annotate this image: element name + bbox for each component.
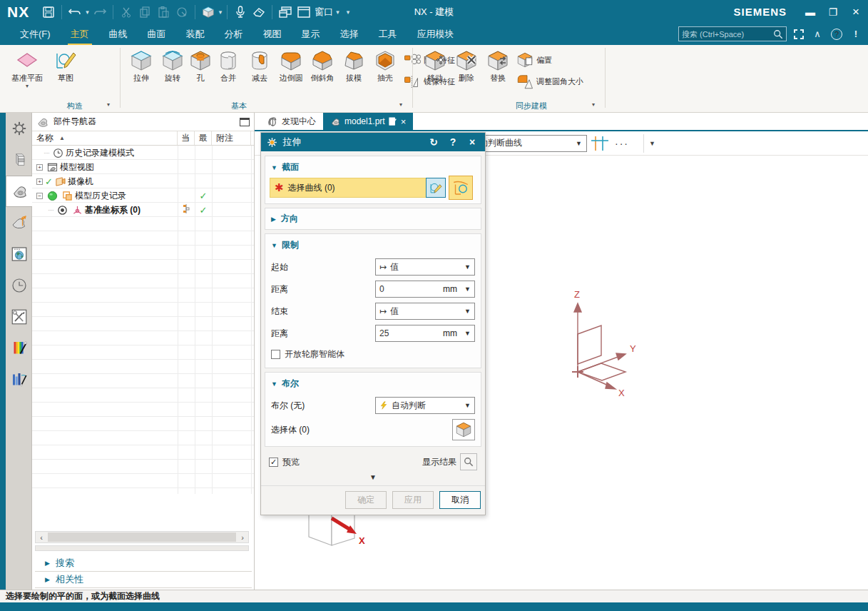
expand-icon[interactable]: + (36, 178, 43, 185)
collapse-icon[interactable]: − (36, 193, 43, 199)
help-icon[interactable]: ? (831, 29, 842, 40)
menu-file[interactable]: 文件(F) (10, 24, 61, 44)
column-name[interactable]: 名称▲ (32, 131, 178, 145)
boolean-dropdown[interactable]: 自动判断 ▼ (375, 397, 475, 414)
tab-home[interactable]: 主页 (61, 24, 99, 44)
ribbon-resize-blend-button[interactable]: 调整圆角大小 (516, 73, 583, 90)
cascade-windows-icon[interactable] (276, 4, 295, 21)
sketch-section-button[interactable] (426, 178, 446, 198)
ribbon-extrude-button[interactable]: 拉伸 (126, 48, 157, 84)
close-button[interactable]: × (849, 5, 862, 19)
ribbon-edge-blend-button[interactable]: 边倒圆 (275, 48, 307, 84)
minimize-ribbon-icon[interactable]: ∧ (811, 29, 824, 39)
check-icon[interactable]: ✓ (195, 191, 212, 201)
navigator-horizontal-scrollbar[interactable]: ‹ › (35, 531, 249, 543)
ribbon-subtract-button[interactable]: 减去 (244, 48, 275, 84)
cancel-button[interactable]: 取消 (439, 491, 481, 509)
sidebar-color-wand-button[interactable] (6, 333, 32, 364)
group-dropdown-caret[interactable]: ▾ (399, 101, 402, 108)
ribbon-datum-plane-button[interactable]: 基准平面 ▾ (4, 48, 50, 89)
command-finder-icon[interactable]: ! (849, 29, 862, 39)
undock-panel-icon[interactable] (240, 118, 250, 126)
direction-group-header[interactable]: ▶ 方向 (265, 208, 481, 230)
dialog-options-gear-icon[interactable] (267, 137, 277, 148)
timestamp-order-icon[interactable] (178, 204, 195, 216)
column-last[interactable]: 最 (195, 131, 212, 145)
end-distance-input[interactable]: 25 mm ▼ (375, 325, 475, 342)
extrude-dialog-titlebar[interactable]: 拉伸 ↻ ? × (261, 133, 485, 151)
search-input[interactable] (682, 30, 773, 39)
window-menu-caret[interactable]: ▾ (335, 9, 341, 16)
start-distance-input[interactable]: 0 mm ▼ (375, 281, 475, 298)
save-icon[interactable] (39, 4, 58, 21)
tree-row-model-views[interactable]: + 模型视图 (32, 160, 251, 174)
datum-plane-dropdown-caret[interactable]: ▾ (26, 84, 29, 89)
sidebar-web-browser-button[interactable] (6, 238, 32, 270)
checkbox-checked-icon[interactable]: ✓ (269, 458, 278, 467)
dialog-close-icon[interactable]: × (465, 136, 479, 148)
window-menu[interactable]: 窗口 (313, 6, 335, 19)
tab-surface[interactable]: 曲面 (138, 24, 176, 44)
scroll-left-icon[interactable]: ‹ (36, 533, 47, 542)
tab-render[interactable]: 显示 (292, 24, 330, 44)
check-icon[interactable]: ✓ (195, 205, 212, 216)
ribbon-hole-button[interactable]: 孔 (188, 48, 213, 84)
sidebar-history-button[interactable] (6, 270, 32, 301)
ribbon-replace-face-button[interactable]: 替换 (482, 48, 514, 84)
toolbar-overflow-caret[interactable]: ▼ (649, 140, 655, 147)
snap-point-grid-icon[interactable] (590, 135, 610, 152)
curve-select-button[interactable] (449, 176, 473, 200)
ribbon-move-face-button[interactable]: 移动 (419, 48, 451, 84)
tab-discovery-center[interactable]: 发现中心 (260, 113, 323, 130)
redo-icon[interactable] (91, 4, 109, 21)
view-box-dropdown-caret[interactable]: ▾ (218, 9, 224, 16)
tree-row-datum-csys[interactable]: ···· 基准坐标系 (0) ✓ (32, 203, 251, 217)
tree-row-model-history[interactable]: − 模型历史记录 ✓ (32, 188, 251, 203)
fullscreen-icon[interactable] (794, 29, 804, 39)
scrollbar-thumb[interactable] (48, 532, 236, 542)
datum-csys-graphic[interactable]: Z Y X (540, 288, 668, 402)
show-result-button[interactable] (460, 453, 477, 470)
voice-command-icon[interactable] (231, 4, 250, 21)
tab-model1-prt[interactable]: model1.prt × (323, 113, 413, 130)
view-box-icon[interactable] (199, 4, 218, 21)
tree-row-cameras[interactable]: + ✓ 摄像机 (32, 174, 251, 188)
tree-row-history-mode[interactable]: ···· 历史记录建模模式 (32, 146, 251, 160)
dialog-collapse-caret[interactable]: ▼ (265, 470, 481, 483)
close-tab-icon[interactable]: × (401, 116, 407, 127)
ribbon-chamfer-button[interactable]: 倒斜角 (307, 48, 338, 84)
ribbon-draft-button[interactable]: 拔模 (338, 48, 369, 84)
end-limit-dropdown[interactable]: ↦ 值 ▼ (375, 303, 475, 320)
command-search[interactable] (678, 26, 787, 41)
open-profile-smart-volume-checkbox[interactable]: 开放轮廓智能体 (271, 348, 475, 360)
sidebar-visual-reports-button[interactable] (6, 364, 32, 395)
section-search[interactable]: ▶搜索 (35, 555, 252, 572)
move-object-icon[interactable] (173, 4, 191, 21)
tab-selection[interactable]: 选择 (330, 24, 369, 44)
scroll-right-icon[interactable]: › (237, 533, 248, 542)
minimize-button[interactable]: ▬ (804, 6, 817, 18)
ok-button[interactable]: 确定 (345, 491, 387, 509)
copy-icon[interactable] (136, 4, 154, 21)
panel-splitter[interactable] (35, 545, 249, 551)
sidebar-roles-button[interactable] (6, 113, 32, 144)
cut-icon[interactable] (117, 4, 136, 21)
tab-application[interactable]: 应用模块 (407, 24, 464, 44)
paste-icon[interactable] (154, 4, 173, 21)
maximize-button[interactable]: ❐ (827, 6, 839, 18)
ribbon-sketch-button[interactable]: 草图 (50, 48, 81, 84)
new-window-icon[interactable] (295, 4, 313, 21)
tab-curve[interactable]: 曲线 (99, 24, 138, 44)
undo-icon[interactable] (66, 4, 84, 21)
dialog-reset-icon[interactable]: ↻ (427, 136, 441, 148)
apply-button[interactable]: 应用 (392, 491, 434, 509)
section-dependencies[interactable]: ▶相关性 (35, 572, 252, 588)
more-options[interactable]: ··· (615, 138, 629, 149)
group-dropdown-caret[interactable]: ▾ (107, 101, 110, 108)
sidebar-assembly-navigator-button[interactable] (6, 144, 32, 176)
sidebar-part-navigator-button[interactable] (6, 176, 33, 207)
select-body-button[interactable] (452, 419, 475, 440)
group-dropdown-caret[interactable]: ▾ (592, 101, 595, 108)
sidebar-process-tools-button[interactable] (6, 301, 32, 333)
ribbon-shell-button[interactable]: 抽壳 (369, 48, 401, 84)
